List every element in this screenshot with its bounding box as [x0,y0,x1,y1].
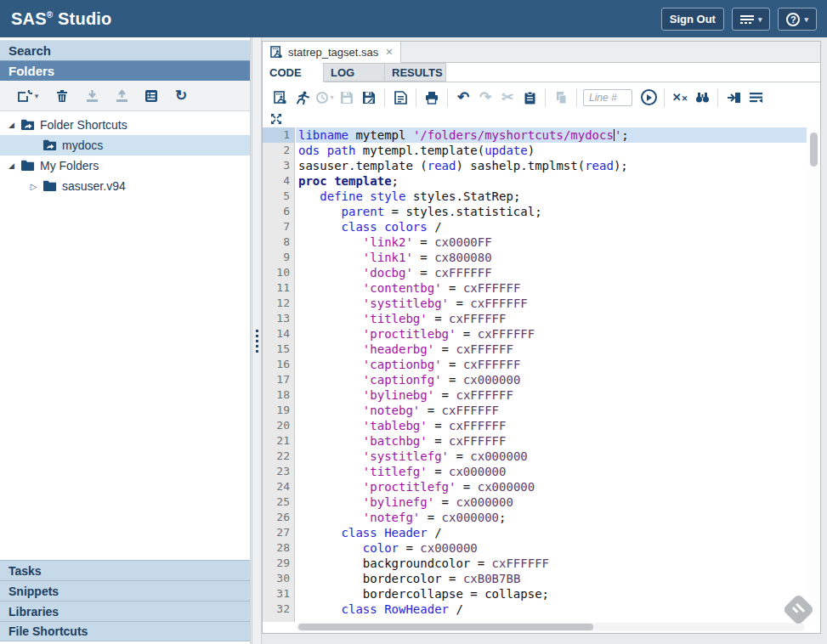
new-program-button[interactable] [269,87,292,109]
code-line[interactable]: backgroundcolor = cxFFFFFF [296,556,807,571]
sidebar-section-tasks[interactable]: Tasks [0,560,250,580]
new-item-button[interactable]: ▾ [12,85,44,107]
tree-item-mydocs[interactable]: mydocs [0,135,250,155]
tree-item-folder-shortcuts[interactable]: ◢Folder Shortcuts [0,115,250,135]
tree-item-sasuser-v94[interactable]: ▷sasuser.v94 [0,176,250,196]
tab-log[interactable]: LOG [324,63,385,82]
code-line[interactable]: bordercollapse = collapse; [296,586,807,602]
code-lines: libname mytempl '/folders/myshortcuts/my… [296,127,807,622]
paste-button[interactable] [518,87,541,109]
copy-button[interactable] [550,87,572,109]
code-line[interactable]: 'proctitlebg' = cxFFFFFF [296,326,807,342]
properties-button[interactable] [139,85,163,107]
help-icon: ? [786,13,800,26]
undo-button[interactable]: ↶ [452,87,474,109]
code-line[interactable]: 'link2' = cx0000FF [296,234,807,250]
delete-button[interactable] [50,85,74,107]
format-code-icon [749,92,763,104]
cut-button[interactable]: ✂ [496,87,518,109]
upload-icon [116,89,128,103]
program-summary-button[interactable] [389,87,411,109]
code-line[interactable]: 'notebg' = cxFFFFFF [296,403,807,418]
sas-program-icon [270,46,283,59]
search-section-header[interactable]: Search [0,40,250,60]
horizontal-scrollbar[interactable] [297,623,805,631]
close-icon[interactable]: ✕ [385,47,393,58]
code-line[interactable]: parent = styles.statistical; [296,204,807,219]
code-line[interactable]: 'systitlefg' = cx000000 [296,449,807,464]
code-line[interactable]: 'bylinebg' = cxFFFFFF [296,387,807,403]
save-icon [340,91,354,105]
horizontal-scrollbar-thumb[interactable] [298,624,593,630]
app-menu-button[interactable]: ▾ [732,8,771,31]
save-as-button[interactable] [358,87,380,109]
vertical-scrollbar[interactable] [808,129,819,619]
code-line[interactable]: 'captionfg' = cx000000 [296,372,807,387]
find-button[interactable] [691,87,713,109]
batch-submit-button[interactable] [722,87,745,109]
submission-history-button[interactable]: ▾ [314,87,336,109]
code-line[interactable]: 'batchbg' = cxFFFFFF [296,433,807,449]
line-number: 8 [263,234,294,250]
code-line[interactable]: bordercolor = cxB0B7BB [296,571,807,586]
run-button[interactable] [292,87,314,109]
code-line[interactable]: sasuser.template (read) sashelp.tmplmst(… [296,158,807,173]
tab-results[interactable]: RESULTS [385,63,446,82]
pane-splitter[interactable] [252,37,262,644]
tree-expanded-icon: ◢ [8,161,14,170]
code-line[interactable]: define style styles.StatRep; [296,189,807,204]
redo-button[interactable]: ↷ [474,87,496,109]
save-button[interactable] [336,87,358,109]
line-number: 25 [263,494,294,510]
submit-arrow-icon [727,92,741,104]
line-number: 7 [263,219,294,234]
folders-section-header[interactable]: Folders [0,60,250,81]
code-line[interactable]: color = cx000000 [296,540,807,556]
tree-item-my-folders[interactable]: ◢My Folders [0,155,250,176]
sign-out-button[interactable]: Sign Out [661,8,724,31]
code-line[interactable]: 'proctitlefg' = cx000000 [296,479,807,494]
code-line[interactable]: class Header / [296,525,807,540]
refresh-button[interactable]: ↻ [169,85,193,107]
code-line[interactable]: 'docbg' = cxFFFFFF [296,265,807,280]
code-line[interactable]: 'titlebg' = cxFFFFFF [296,311,807,326]
code-line[interactable]: class colors / [296,219,807,234]
toolbar-separator [447,88,448,107]
code-line[interactable]: 'headerbg' = cxFFFFFF [296,342,807,357]
clear-code-button[interactable]: ✕✕ [669,87,691,109]
code-line[interactable]: 'contentbg' = cxFFFFFF [296,280,807,296]
save-as-icon [362,91,376,105]
trash-icon [56,89,68,103]
tree-expanded-icon: ◢ [8,121,14,129]
download-button[interactable] [80,85,104,107]
properties-icon [144,89,158,103]
code-line[interactable]: 'titlefg' = cx000000 [296,464,807,479]
format-code-button[interactable] [745,87,767,109]
upload-button[interactable] [110,85,133,107]
vertical-scrollbar-thumb[interactable] [810,133,818,167]
line-number: 26 [263,510,294,525]
code-editor[interactable]: 1234567891011121314151617181920212223242… [263,127,820,633]
help-menu-button[interactable]: ? ▾ [778,8,817,31]
code-line[interactable]: proc template; [296,173,807,189]
sidebar-section-libraries[interactable]: Libraries [0,601,250,621]
code-line[interactable]: 'captionbg' = cxFFFFFF [296,357,807,372]
maximize-view-button[interactable] [270,113,282,125]
code-line[interactable]: 'notefg' = cx000000; [296,510,807,525]
tab-code[interactable]: CODE [263,63,324,82]
refresh-icon: ↻ [175,88,187,103]
goto-line-button[interactable] [637,87,660,109]
code-line[interactable]: ods path mytempl.template(update) [296,143,807,158]
code-line[interactable]: libname mytempl '/folders/myshortcuts/my… [296,127,807,143]
line-number-input[interactable] [583,89,632,106]
toolbar-separator [416,88,416,107]
print-button[interactable] [421,87,443,109]
sidebar-section-file-shortcuts[interactable]: File Shortcuts [0,621,250,641]
document-tab[interactable]: statrep_tagset.sas ✕ [263,42,401,63]
code-line[interactable]: 'tablebg' = cxFFFFFF [296,418,807,433]
code-line[interactable]: 'bylinefg' = cx000000 [296,494,807,510]
sidebar-section-snippets[interactable]: Snippets [0,580,250,601]
code-line[interactable]: 'systitlebg' = cxFFFFFF [296,296,807,311]
code-line[interactable]: class RowHeader / [296,602,807,617]
code-line[interactable]: 'link1' = cx800080 [296,250,807,265]
